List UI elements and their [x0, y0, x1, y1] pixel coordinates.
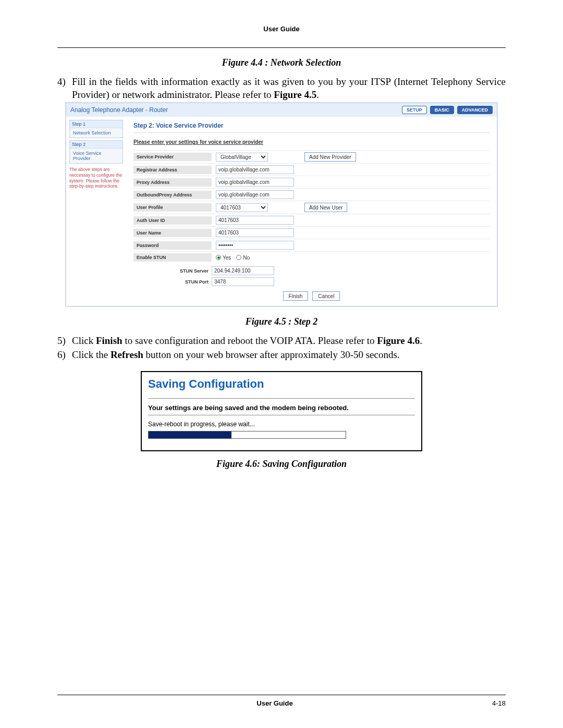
row-user-profile: User Profile 4017603 Add New User [133, 201, 489, 214]
input-password[interactable] [216, 241, 294, 250]
router-brand: Analog Telephone Adapter - Router [70, 106, 168, 114]
step-6-b: Refresh [111, 349, 143, 360]
tab-basic[interactable]: BASIC [430, 106, 454, 114]
row-password: Password [133, 239, 489, 251]
label-username: User Name [133, 229, 212, 237]
router-header: Analog Telephone Adapter - Router SETUP … [66, 103, 497, 117]
router-screenshot: Analog Telephone Adapter - Router SETUP … [65, 102, 498, 307]
router-form: Step 2: Voice Service Provider Please en… [126, 117, 497, 306]
footer-title: User Guide [256, 699, 292, 707]
row-proxy: Proxy Address [133, 176, 489, 188]
finish-button[interactable]: Finish [283, 291, 309, 301]
step-6-text: Click the Refresh button on your web bro… [72, 349, 506, 362]
input-outbound-proxy[interactable] [216, 190, 294, 199]
label-enable-stun: Enable STUN [133, 253, 212, 262]
figure-caption-4-5: Figure 4.5 : Step 2 [57, 316, 506, 327]
row-username: User Name [133, 226, 489, 239]
progress-fill [149, 431, 231, 438]
sidebar-item-network-selection[interactable]: Network Selection [70, 128, 123, 138]
page-header: User Guide [57, 25, 506, 33]
input-stun-port[interactable] [212, 277, 274, 286]
router-body: Step 1 Network Selection Step 2 Voice Se… [66, 117, 497, 306]
saving-subtext: Save-reboot in progress, please wait... [148, 421, 415, 428]
form-title: Step 2: Voice Service Provider [133, 122, 489, 133]
step-5-text: Click Finish to save configuration and r… [72, 335, 506, 348]
label-proxy: Proxy Address [133, 178, 212, 187]
sidebar-note: The above steps are neccessay to configu… [69, 167, 123, 189]
add-provider-button[interactable]: Add New Provider [304, 152, 356, 162]
footer-page-number: 4-18 [492, 699, 506, 707]
router-tabs: SETUP BASIC ADVANCED [402, 106, 493, 114]
label-outbound-proxy: OutboundProxy Address [133, 191, 212, 199]
radio-yes-label: Yes [223, 255, 231, 261]
label-password: Password [133, 241, 212, 250]
input-auth-user[interactable] [216, 216, 294, 225]
step-6-number: 6) [57, 349, 72, 362]
sidebar-step2-head: Step 2 [70, 141, 123, 149]
step-5: 5) Click Finish to save configuration an… [57, 335, 506, 348]
step-5-c: to save configuration and reboot the VOI… [123, 335, 377, 346]
row-outbound-proxy: OutboundProxy Address [133, 188, 489, 201]
step-5-b: Finish [96, 335, 123, 346]
figure-caption-4-6: Figure 4.6: Saving Configuration [57, 459, 506, 470]
add-user-button[interactable]: Add New User [304, 203, 347, 212]
radio-stun-yes[interactable]: Yes [216, 255, 231, 261]
row-enable-stun: Enable STUN Yes No [133, 251, 489, 263]
step-5-e: . [420, 335, 422, 346]
select-user-profile[interactable]: 4017603 [216, 203, 268, 212]
label-registrar: Registrar Address [133, 166, 212, 174]
saving-message: Your settings are being saved and the mo… [148, 404, 415, 412]
tab-advanced[interactable]: ADVANCED [457, 106, 493, 114]
cancel-button[interactable]: Cancel [312, 291, 340, 301]
input-stun-server[interactable] [212, 266, 274, 275]
radio-dot-icon [216, 255, 221, 260]
input-registrar[interactable] [216, 165, 294, 174]
label-user-profile: User Profile [133, 203, 212, 212]
radio-no-label: No [243, 255, 250, 261]
radio-dot-icon [236, 255, 241, 260]
form-instruction: Please enter your settings for voice ser… [133, 139, 489, 145]
row-auth-user: Auth User ID [133, 214, 489, 226]
step-5-number: 5) [57, 335, 72, 348]
radio-stun-no[interactable]: No [236, 255, 250, 261]
step-4-number: 4) [57, 76, 72, 101]
step-6: 6) Click the Refresh button on your web … [57, 349, 506, 362]
label-service-provider: Service Provider [133, 153, 212, 161]
figure-caption-4-4: Figure 4.4 : Network Selection [57, 57, 506, 68]
step-4-text: Fill in the fields with information exac… [72, 76, 506, 101]
select-service-provider[interactable]: GlobalVillage [216, 153, 268, 162]
router-sidebar: Step 1 Network Selection Step 2 Voice Se… [66, 117, 126, 306]
input-proxy[interactable] [216, 178, 294, 187]
step-4-bold: Figure 4.5 [274, 89, 316, 100]
label-auth-user: Auth User ID [133, 216, 212, 225]
saving-title: Saving Configuration [148, 377, 415, 391]
row-registrar: Registrar Address [133, 163, 489, 176]
step-4: 4) Fill in the fields with information e… [57, 76, 506, 101]
sidebar-item-voice-provider[interactable]: Voice Service Provider [70, 149, 123, 163]
page-footer: User Guide 4-18 [57, 695, 506, 707]
label-stun-server: STUN Server [175, 268, 212, 274]
label-stun-port: STUN Port [175, 279, 212, 285]
progress-bar [148, 431, 346, 439]
step-6-a: Click the [72, 349, 111, 360]
input-username[interactable] [216, 228, 294, 237]
sidebar-step1-head: Step 1 [70, 120, 123, 128]
form-bottom-buttons: Finish Cancel [133, 291, 489, 301]
row-service-provider: Service Provider GlobalVillage Add New P… [133, 150, 489, 163]
tab-setup[interactable]: SETUP [402, 106, 427, 114]
saving-configuration-box: Saving Configuration Your settings are b… [141, 371, 422, 451]
stun-subform: STUN Server STUN Port [175, 265, 489, 287]
step-6-c: button on your web browser after approxi… [143, 349, 400, 360]
row-stun-port: STUN Port [175, 276, 489, 287]
sidebar-step1: Step 1 Network Selection [69, 120, 123, 138]
footer-rule [57, 695, 506, 695]
saving-rule [148, 398, 415, 399]
row-stun-server: STUN Server [175, 265, 489, 276]
step-5-d: Figure 4.6 [377, 335, 420, 346]
header-rule [57, 47, 506, 48]
saving-rule-2 [148, 415, 415, 415]
step-4-text-b: . [316, 89, 319, 100]
sidebar-step2: Step 2 Voice Service Provider [69, 140, 123, 164]
step-5-a: Click [72, 335, 96, 346]
